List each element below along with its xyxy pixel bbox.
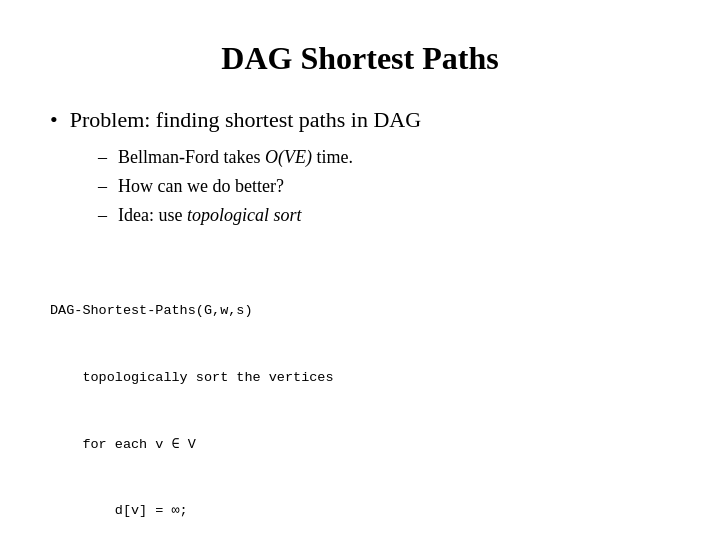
code-line-2: topologically sort the vertices bbox=[50, 367, 670, 389]
code-block: DAG-Shortest-Paths(G,w,s) topologically … bbox=[50, 255, 670, 540]
dash-2: – bbox=[98, 172, 112, 201]
bullet-dot: • bbox=[50, 107, 58, 133]
slide-title: DAG Shortest Paths bbox=[50, 40, 670, 77]
main-bullet: • Problem: finding shortest paths in DAG bbox=[50, 107, 670, 133]
code-line-1: DAG-Shortest-Paths(G,w,s) bbox=[50, 300, 670, 322]
code-line-3: for each v ∈ V bbox=[50, 434, 670, 456]
sub-bullet-3: – Idea: use topological sort bbox=[98, 201, 670, 230]
slide-container: DAG Shortest Paths • Problem: finding sh… bbox=[0, 0, 720, 540]
sub-bullet-2: – How can we do better? bbox=[98, 172, 670, 201]
sub-bullet-2-text: How can we do better? bbox=[118, 172, 284, 201]
sub-bullet-1: – Bellman-Ford takes O(VE) time. bbox=[98, 143, 670, 172]
dash-1: – bbox=[98, 143, 112, 172]
main-bullet-text: Problem: finding shortest paths in DAG bbox=[70, 107, 421, 133]
sub-bullet-3-text: Idea: use topological sort bbox=[118, 201, 301, 230]
code-line-4: d[v] = ∞; bbox=[50, 500, 670, 522]
bullet-section: • Problem: finding shortest paths in DAG… bbox=[50, 107, 670, 229]
dash-3: – bbox=[98, 201, 112, 230]
sub-bullet-1-text: Bellman-Ford takes O(VE) time. bbox=[118, 143, 353, 172]
sub-bullets-list: – Bellman-Ford takes O(VE) time. – How c… bbox=[98, 143, 670, 229]
